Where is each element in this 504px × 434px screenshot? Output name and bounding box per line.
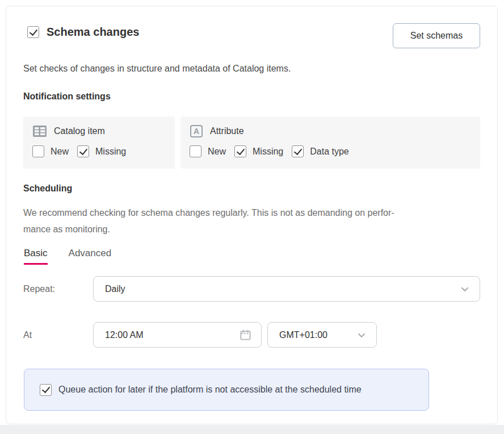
notification-settings-heading: Notification settings [23, 91, 111, 102]
table-icon [32, 124, 47, 138]
checkbox-attribute-data-type[interactable] [292, 145, 304, 157]
catalog-item-card: Catalog item New Missing [23, 116, 175, 169]
checkbox-label: New [51, 147, 69, 157]
scheduling-description: We recommend checking for schema changes… [23, 205, 394, 237]
timezone-select-value: GMT+01:00 [279, 330, 356, 340]
timezone-select[interactable]: GMT+01:00 [267, 322, 377, 348]
page-background-strip [0, 425, 504, 434]
scheduling-tabs: Basic Advanced [24, 248, 111, 265]
letter-a-icon: A [190, 124, 203, 138]
tab-advanced[interactable]: Advanced [69, 248, 112, 265]
checkbox-label: Missing [253, 147, 283, 157]
time-input[interactable]: 12:00 AM [93, 322, 262, 348]
time-input-value: 12:00 AM [105, 330, 239, 340]
repeat-select-value: Daily [105, 284, 459, 294]
chevron-down-icon [459, 283, 471, 295]
scheduling-heading: Scheduling [23, 183, 72, 194]
tab-basic[interactable]: Basic [24, 248, 48, 265]
checkbox-label: New [208, 147, 226, 157]
schema-changes-panel: Schema changes Set schemas Set checks of… [6, 6, 498, 424]
card-title: Catalog item [54, 126, 105, 136]
schema-changes-checkbox[interactable] [27, 26, 39, 38]
queue-action-notice: Queue action for later if the platform i… [24, 369, 429, 411]
checkbox-attribute-missing[interactable] [234, 145, 246, 157]
panel-description: Set checks of changes in structure and m… [23, 64, 291, 74]
calendar-icon [239, 328, 252, 341]
scheduling-description-line2: mance as monitoring. [23, 221, 394, 237]
queue-action-checkbox[interactable] [40, 384, 52, 396]
page-title: Schema changes [47, 26, 139, 39]
checkbox-label: Missing [95, 147, 126, 157]
repeat-label: Repeat: [23, 276, 55, 302]
checkbox-catalog-missing[interactable] [77, 145, 89, 157]
set-schemas-button[interactable]: Set schemas [393, 23, 480, 48]
queue-action-label: Queue action for later if the platform i… [58, 385, 362, 395]
checkbox-attribute-new[interactable] [190, 145, 201, 157]
chevron-down-icon [356, 329, 367, 341]
checkbox-catalog-new[interactable] [32, 145, 44, 157]
svg-text:A: A [194, 127, 199, 136]
panel-header: Schema changes [27, 26, 139, 39]
repeat-select[interactable]: Daily [93, 276, 480, 302]
attribute-card: A Attribute New Missing Data type [180, 116, 480, 169]
card-title: Attribute [210, 126, 244, 136]
checkbox-label: Data type [310, 147, 348, 157]
scheduling-description-line1: We recommend checking for schema changes… [23, 205, 394, 221]
at-label: At [23, 322, 32, 348]
